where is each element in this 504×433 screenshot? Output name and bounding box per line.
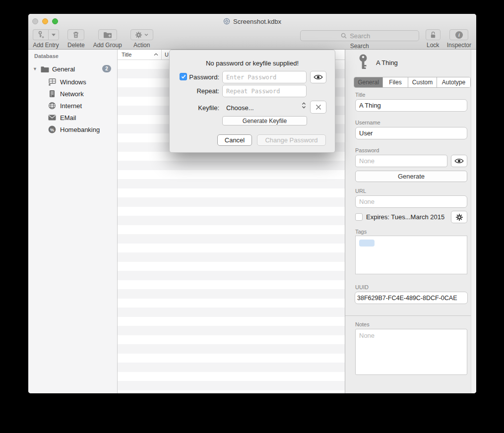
lock-item: Lock — [426, 29, 441, 49]
generate-password-button[interactable]: Generate — [355, 171, 467, 182]
reveal-password-button[interactable] — [451, 155, 467, 167]
sidebar-item-label: EMail — [60, 114, 76, 122]
tab-files[interactable]: Files — [383, 77, 408, 87]
add-group-label: Add Group — [93, 42, 122, 49]
inspector-scrollbar[interactable] — [471, 50, 476, 393]
change-password-dialog: No password or keyfile supplied! Passwor… — [169, 50, 335, 153]
inspector-tabs: General Files Custom Autotype — [354, 77, 471, 88]
globe-icon — [48, 102, 56, 110]
folder-plus-icon — [103, 31, 112, 39]
dialog-password-label: Password: — [170, 73, 219, 81]
search-label: Search — [350, 43, 369, 50]
inspector-panel: A Thing General Files Custom Autotype Ti… — [345, 50, 476, 393]
notes-field[interactable] — [355, 329, 467, 375]
password-label: Password — [355, 147, 379, 153]
action-item: Action — [130, 29, 153, 49]
dropdown-arrow-icon — [52, 34, 56, 36]
sidebar-item-label: General — [52, 65, 75, 73]
key-plus-icon — [37, 31, 45, 39]
expires-settings-button[interactable] — [451, 211, 467, 223]
tab-custom[interactable]: Custom — [408, 77, 437, 87]
svg-text:%: % — [50, 127, 54, 132]
section-divider — [345, 315, 476, 316]
sidebar-item-internet[interactable]: Internet — [28, 100, 117, 111]
url-field[interactable] — [355, 195, 467, 208]
chevron-down-icon — [144, 33, 148, 36]
trash-icon — [72, 31, 80, 39]
inspector-label: Inspector — [447, 42, 471, 49]
close-x-icon — [315, 104, 321, 110]
app-window: Screenshot.kdbx — [28, 14, 476, 393]
search-input[interactable] — [349, 32, 378, 40]
search-icon — [341, 33, 347, 39]
change-password-button[interactable]: Change Password — [257, 134, 326, 146]
titlebar[interactable]: Screenshot.kdbx — [28, 14, 476, 29]
sidebar-item-label: Windows — [60, 78, 86, 86]
percent-icon: % — [48, 125, 56, 133]
svg-text:i: i — [458, 32, 460, 38]
add-entry-button[interactable] — [33, 29, 48, 40]
sidebar-item-network[interactable]: Network — [28, 88, 117, 99]
sidebar: Database ▼ General 2 Windows — [28, 50, 118, 393]
username-label: Username — [355, 120, 380, 125]
title-field[interactable] — [355, 99, 467, 112]
delete-button[interactable] — [67, 29, 84, 40]
action-button[interactable] — [130, 29, 153, 40]
dialog-repeat-label: Repeat: — [170, 87, 219, 95]
title-label: Title — [355, 92, 365, 98]
search-item: Search — [300, 29, 419, 50]
lock-label: Lock — [427, 42, 439, 49]
dialog-message: No password or keyfile supplied! — [170, 60, 335, 67]
group-count-badge: 2 — [102, 65, 111, 72]
uuid-field[interactable] — [355, 292, 468, 304]
eye-icon — [454, 158, 464, 164]
generate-keyfile-button[interactable]: Generate Keyfile — [222, 116, 307, 125]
document-safe-icon — [223, 18, 230, 25]
add-entry-item: Add Entry — [33, 29, 59, 49]
add-group-button[interactable] — [98, 29, 117, 40]
password-field[interactable] — [355, 155, 447, 167]
add-group-item: Add Group — [93, 29, 122, 49]
sidebar-item-homebanking[interactable]: % Homebanking — [28, 124, 117, 135]
add-entry-dropdown-button[interactable] — [48, 29, 59, 40]
tag-chip[interactable] — [359, 240, 375, 247]
sidebar-item-label: Internet — [60, 102, 82, 110]
unlocked-padlock-icon — [430, 31, 437, 39]
eye-icon — [314, 74, 323, 80]
tab-autotype[interactable]: Autotype — [437, 77, 470, 87]
toolbar-left: Add Entry Delete — [33, 29, 153, 49]
dialog-password-field[interactable] — [222, 71, 307, 83]
sidebar-item-general[interactable]: ▼ General 2 — [28, 63, 117, 74]
delete-item: Delete — [67, 29, 85, 49]
delete-label: Delete — [67, 42, 85, 49]
lock-button[interactable] — [426, 29, 441, 40]
clear-keyfile-button[interactable] — [310, 101, 326, 114]
sidebar-item-email[interactable]: EMail — [28, 112, 117, 123]
dialog-keyfile-label: Keyfile: — [170, 104, 219, 112]
dialog-reveal-password-button[interactable] — [310, 71, 326, 83]
toolbar-right: Search Lock i — [300, 29, 471, 50]
search-field[interactable] — [300, 30, 419, 41]
gear-icon — [135, 31, 142, 39]
inspector-button[interactable]: i — [449, 29, 468, 40]
sidebar-item-label: Network — [60, 90, 84, 98]
add-entry-label: Add Entry — [33, 42, 59, 49]
tab-general[interactable]: General — [354, 77, 383, 87]
stepper-icon[interactable] — [302, 102, 306, 109]
dialog-repeat-field[interactable] — [222, 85, 307, 97]
server-icon — [49, 90, 55, 98]
column-header-title[interactable]: Title — [118, 50, 161, 60]
sidebar-header: Database — [34, 53, 59, 59]
disclosure-triangle-icon[interactable]: ▼ — [33, 63, 37, 74]
windows-network-icon — [48, 78, 57, 86]
sidebar-item-label: Homebanking — [60, 126, 100, 133]
uuid-label: UUID — [355, 284, 369, 290]
cancel-button[interactable]: Cancel — [217, 134, 252, 146]
url-label: URL — [355, 188, 366, 194]
tags-box[interactable] — [355, 236, 467, 274]
expires-checkbox[interactable] — [355, 213, 363, 221]
sidebar-item-windows[interactable]: Windows — [28, 76, 117, 87]
keyfile-popup[interactable]: Choose... — [226, 104, 254, 112]
tags-label: Tags — [355, 229, 367, 235]
username-field[interactable] — [355, 127, 467, 139]
